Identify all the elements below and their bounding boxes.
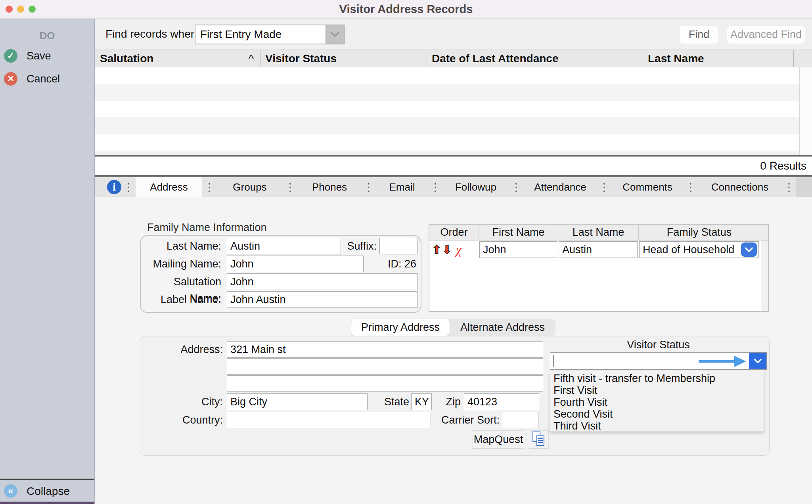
tab-email[interactable]: Email	[376, 177, 428, 197]
city-label: City:	[140, 393, 223, 410]
results-table-body[interactable]	[95, 67, 812, 155]
column-header-last-name[interactable]: Last Name	[643, 50, 793, 67]
zip-label: Zip	[439, 393, 461, 410]
carrier-sort-label: Carrier Sort:	[434, 412, 500, 428]
address-box: Address: 321 Main st City: Big City Stat…	[140, 336, 770, 456]
state-label: State	[370, 393, 409, 410]
suffix-field[interactable]	[379, 238, 417, 254]
dropdown-option[interactable]: Fifth visit - transfer to Membership	[550, 372, 764, 384]
family-status-dropdown-button[interactable]	[741, 242, 757, 257]
detail-panel: Family Name Information Last Name: Austi…	[95, 197, 812, 504]
column-header-date-of-last-attendance[interactable]: Date of Last Attendance	[427, 50, 643, 67]
tab-separator-icon: ⋮	[283, 177, 297, 197]
cancel-label: Cancel	[27, 73, 60, 85]
results-scrollbar[interactable]	[799, 67, 812, 155]
zip-field[interactable]: 40123	[464, 393, 539, 410]
family-name-box: Last Name: Austin Suffix: Mailing Name: …	[140, 235, 421, 313]
save-button[interactable]: ✓ Save	[0, 48, 94, 64]
last-name-label: Last Name:	[141, 238, 221, 254]
window-title: Visitor Address Records	[0, 0, 812, 19]
info-icon[interactable]: i	[107, 180, 121, 194]
record-id: ID: 26	[375, 256, 416, 272]
family-status-value: Head of Household	[643, 244, 734, 256]
column-label: Visitor Status	[265, 52, 337, 65]
find-field-dropdown[interactable]: First Entry Made	[195, 25, 345, 44]
tab-primary-address[interactable]: Primary Address	[351, 319, 450, 336]
label-name-field[interactable]: John Austin	[227, 291, 417, 308]
copy-document-icon	[532, 431, 546, 449]
tab-separator-icon: ⋮	[597, 177, 611, 197]
save-label: Save	[27, 50, 51, 62]
advanced-find-button[interactable]: Advanced Find	[727, 25, 805, 44]
move-down-icon[interactable]: ⬇	[442, 244, 452, 256]
family-name-section-title: Family Name Information	[147, 221, 267, 234]
column-header-visitor-status[interactable]: Visitor Status	[260, 50, 427, 67]
family-members-table: Order First Name Last Name Family Status…	[429, 224, 769, 312]
find-bar: Find records where First Entry Made Find…	[95, 19, 812, 50]
mailing-name-field[interactable]: John	[227, 256, 364, 272]
column-label: Date of Last Attendance	[432, 52, 558, 65]
tab-phones[interactable]: Phones	[297, 177, 362, 197]
address-label: Address:	[140, 341, 223, 358]
dropdown-option[interactable]: Third Visit	[550, 420, 764, 432]
salutation-name-label: Salutation Name:	[141, 273, 221, 290]
check-circle-icon: ✓	[4, 49, 17, 63]
address-line1-field[interactable]: 321 Main st	[227, 341, 543, 358]
tab-address[interactable]: Address	[136, 177, 202, 197]
collapse-chevron-icon: «	[4, 484, 17, 498]
remove-member-icon[interactable]: χ	[456, 243, 462, 256]
annotation-arrow-icon	[699, 355, 747, 368]
tab-separator-icon: ⋮	[428, 177, 442, 197]
tab-alternate-address[interactable]: Alternate Address	[450, 319, 555, 336]
tab-attendance[interactable]: Attendance	[523, 177, 597, 197]
tab-bar-filler	[796, 177, 812, 197]
address-line2-field[interactable]	[227, 358, 543, 375]
cancel-button[interactable]: ✕ Cancel	[0, 71, 94, 87]
member-family-status-field[interactable]: Head of Household	[639, 241, 759, 258]
column-label: Salutation	[100, 52, 153, 65]
member-last-name-field[interactable]: Austin	[559, 241, 638, 258]
chevron-down-icon[interactable]	[326, 25, 344, 44]
last-name-field[interactable]: Austin	[227, 238, 341, 254]
sort-ascending-icon: ^	[249, 52, 254, 65]
address-line3-field[interactable]	[227, 375, 543, 392]
copy-address-button[interactable]	[529, 430, 549, 449]
state-field[interactable]: KY	[411, 393, 432, 410]
x-circle-icon: ✕	[4, 72, 17, 86]
find-field-value: First Entry Made	[195, 28, 326, 41]
tab-connections[interactable]: Connections	[698, 177, 782, 197]
label-name-label: Label Name:	[141, 291, 221, 308]
text-caret	[553, 355, 553, 367]
column-label: Last Name	[648, 52, 704, 65]
suffix-label: Suffix:	[339, 238, 377, 254]
dropdown-option[interactable]: Second Visit	[550, 408, 764, 420]
move-up-icon[interactable]: ⬆	[432, 244, 441, 256]
tab-separator-icon: ⋮	[362, 177, 376, 197]
collapse-sidebar-button[interactable]: « Collapse	[0, 479, 94, 502]
tab-comments[interactable]: Comments	[611, 177, 684, 197]
dropdown-option[interactable]: First Visit	[550, 384, 764, 396]
mapquest-button[interactable]: MapQuest	[473, 430, 524, 449]
city-field[interactable]: Big City	[227, 393, 368, 410]
find-button[interactable]: Find	[679, 25, 719, 44]
carrier-sort-field[interactable]	[502, 412, 538, 428]
salutation-name-field[interactable]: John	[227, 273, 417, 290]
column-header-salutation[interactable]: Salutation ^	[95, 50, 260, 67]
tab-groups[interactable]: Groups	[216, 177, 283, 197]
visitor-status-dropdown-button[interactable]	[749, 353, 766, 369]
member-first-name-field[interactable]: John	[479, 241, 557, 258]
members-column-last-name: Last Name	[558, 225, 638, 240]
dropdown-option[interactable]: Fourth Visit	[550, 396, 764, 408]
app-window: Visitor Address Records DO ✓ Save ✕ Canc…	[0, 0, 812, 504]
results-count: 0 Results	[760, 157, 806, 175]
country-field[interactable]	[227, 412, 431, 428]
address-tabs: Primary Address Alternate Address	[351, 319, 555, 336]
tab-separator-icon: ⋮	[202, 177, 216, 197]
collapse-label: Collapse	[27, 485, 70, 498]
tab-separator-icon: ⋮	[684, 177, 698, 197]
members-column-first-name: First Name	[479, 225, 558, 240]
members-scrollbar[interactable]	[761, 241, 768, 311]
tab-followup[interactable]: Followup	[442, 177, 509, 197]
family-members-header: Order First Name Last Name Family Status	[429, 225, 768, 241]
visitor-status-dropdown-list: Fifth visit - transfer to Membership Fir…	[550, 371, 764, 432]
